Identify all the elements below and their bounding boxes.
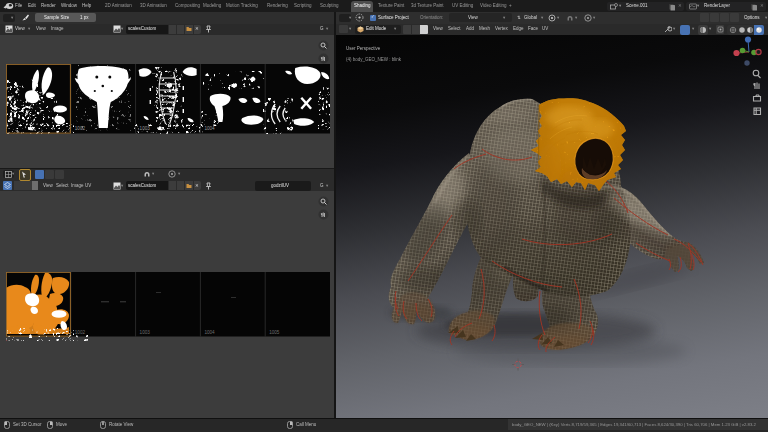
svg-text:1003: 1003 bbox=[140, 330, 151, 335]
svg-text:1005: 1005 bbox=[269, 330, 280, 335]
svg-text:1004: 1004 bbox=[204, 126, 215, 131]
svg-text:1003: 1003 bbox=[140, 126, 151, 131]
svg-text:1002: 1002 bbox=[75, 330, 86, 335]
svg-text:1002: 1002 bbox=[75, 126, 86, 131]
svg-text:1004: 1004 bbox=[204, 330, 215, 335]
